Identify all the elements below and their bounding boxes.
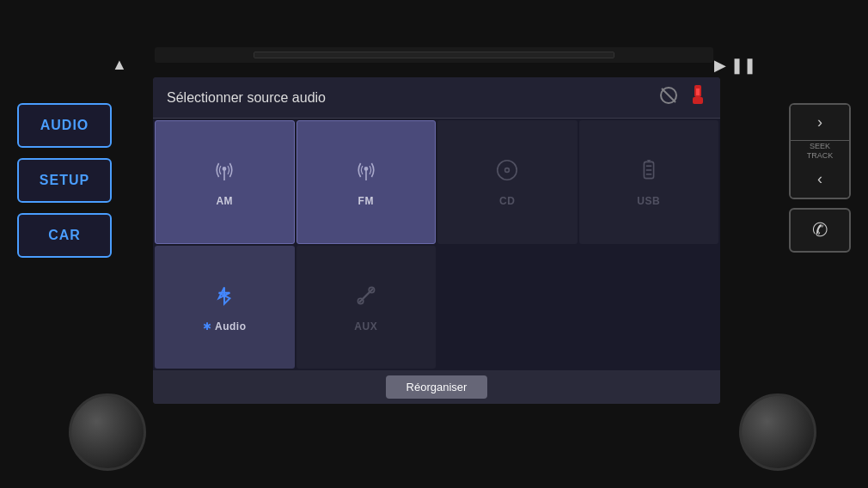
reorganize-button[interactable]: Réorganiser [386,375,488,399]
fm-label: FM [358,195,374,207]
source-am[interactable]: AM [155,120,295,244]
reorganize-bar: Réorganiser [153,370,720,404]
seek-back-button[interactable]: ‹ [789,162,851,198]
svg-line-1 [662,88,675,102]
usb-icon [689,85,706,110]
audio-button[interactable]: AUDIO [17,103,112,148]
tune-scroll-knob[interactable] [739,393,816,471]
cd-slot [254,52,614,58]
screen-title: Sélectionner source audio [167,90,648,106]
source-usb: USB [579,120,719,244]
usb-source-icon [635,156,663,190]
cd-icon [493,156,521,190]
track-label: TRACK [807,151,834,160]
play-pause-button[interactable]: ▶ ❚❚ [714,56,756,75]
right-panel: › SEEK TRACK ‹ ✆ [789,103,851,253]
svg-rect-3 [693,97,703,104]
seek-track-group: › SEEK TRACK ‹ [789,103,851,199]
am-label: AM [216,195,233,207]
bluetooth-label: Audio [215,320,247,332]
source-fm[interactable]: FM [296,120,437,244]
usb-label: USB [637,195,660,207]
car-button[interactable]: CAR [17,213,112,258]
phone-icon: ✆ [812,219,828,241]
bluetooth-icon [211,282,238,315]
no-signal-icon [658,85,679,110]
eject-button[interactable]: ▲ [112,56,127,74]
setup-button[interactable]: SETUP [17,158,112,203]
svg-point-6 [223,168,226,170]
svg-rect-4 [696,88,700,95]
cd-label: CD [499,195,515,207]
main-screen: Sélectionner source audio [153,77,720,404]
aux-label: AUX [354,320,377,332]
phone-button[interactable]: ✆ [789,208,851,253]
source-grid: AM FM [153,119,720,370]
screen-header: Sélectionner source audio [153,77,720,119]
source-aux: AUX [296,246,437,369]
svg-line-16 [359,289,373,302]
svg-point-11 [506,169,509,172]
left-panel: AUDIO SETUP CAR [17,103,112,258]
source-cd: CD [437,120,578,244]
cd-slot-area [155,47,713,63]
svg-point-8 [364,168,367,170]
source-bluetooth[interactable]: ✱ Audio [155,246,295,369]
fm-icon [352,156,380,190]
pwr-vol-knob[interactable] [69,393,146,471]
car-unit: ▲ ▶ ❚❚ AUDIO SETUP CAR › SEEK TRACK ‹ ✆ … [0,0,868,488]
seek-label: SEEK [810,142,830,150]
aux-icon [352,282,380,315]
seek-forward-button[interactable]: › [789,105,851,141]
am-icon [211,156,238,190]
